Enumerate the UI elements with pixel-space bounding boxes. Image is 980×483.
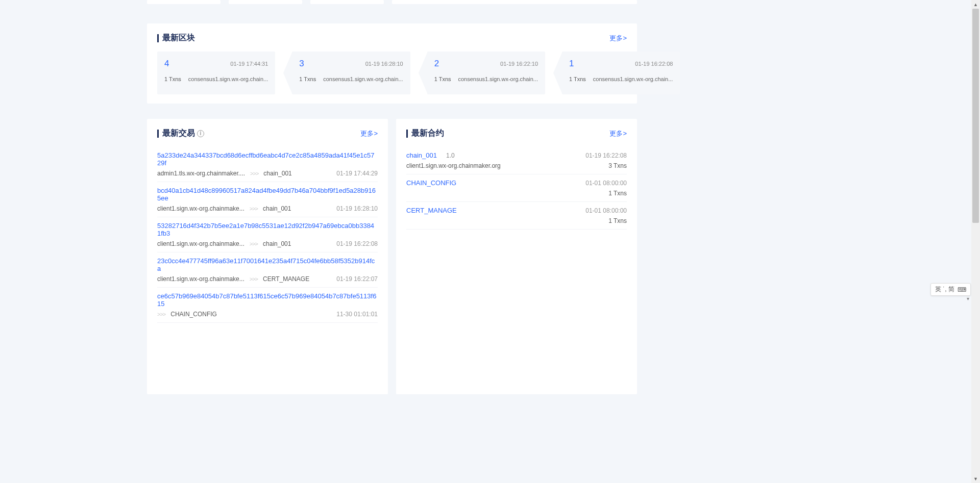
contract-item: CHAIN_CONFIG01-01 08:00:001 Txns [406, 174, 627, 202]
block-txns: 1 Txns [569, 76, 586, 82]
block-org: consensus1.sign.wx-org.chain... [323, 76, 403, 82]
block-card[interactable]: 301-19 16:28:101 Txnsconsensus1.sign.wx-… [283, 52, 410, 94]
contract-time: 01-01 08:00:00 [585, 207, 627, 214]
block-txns: 1 Txns [434, 76, 451, 82]
stat-card [310, 0, 384, 4]
tx-sender: client1.sign.wx-org.chainmake... [157, 240, 244, 247]
tx-item: 23c0cc4e477745ff96a63e11f7001641e235a4f7… [157, 252, 378, 288]
tx-time: 01-19 17:44:29 [336, 170, 378, 177]
contract-txns: 1 Txns [608, 217, 627, 224]
block-number[interactable]: 1 [569, 59, 574, 69]
tx-sender: admin1.tls.wx-org.chainmaker.... [157, 170, 245, 177]
tx-chain: chain_001 [263, 170, 291, 177]
arrow-left-icon [283, 52, 292, 94]
contract-version: 1.0 [446, 152, 455, 159]
tx-item: bcd40a1cb41d48c89960517a824ad4fbe49dd7b4… [157, 182, 378, 217]
tx-chain: CERT_MANAGE [263, 275, 309, 283]
block-card[interactable]: 101-19 16:22:081 Txnsconsensus1.sign.wx-… [553, 52, 680, 94]
block-time: 01-19 16:22:08 [635, 61, 673, 67]
contract-time: 01-01 08:00:00 [585, 180, 627, 187]
tx-chain: chain_001 [263, 205, 291, 212]
block-org: consensus1.sign.wx-org.chain... [458, 76, 538, 82]
contract-item: CERT_MANAGE01-01 08:00:001 Txns [406, 202, 627, 230]
tx-sender: client1.sign.wx-org.chainmake... [157, 205, 244, 212]
ime-dropdown-icon[interactable]: ▾ [967, 296, 969, 301]
scrollbar-thumb[interactable] [972, 9, 979, 223]
latest-contract-more-link[interactable]: 更多> [609, 129, 627, 138]
info-icon[interactable]: i [197, 130, 204, 137]
arrow-right-icon: >>> [157, 311, 165, 317]
tx-time: 01-19 16:22:07 [336, 275, 378, 283]
latest-blocks-panel: 最新区块 更多> 401-19 17:44:311 Txnsconsensus1… [147, 23, 637, 104]
contract-item: chain_0011.001-19 16:22:08client1.sign.w… [406, 147, 627, 174]
arrow-left-icon [553, 52, 562, 94]
latest-tx-title: 最新交易 i [157, 128, 204, 139]
tx-time: 01-19 16:28:10 [336, 205, 378, 212]
tx-hash-link[interactable]: 23c0cc4e477745ff96a63e11f7001641e235a4f7… [157, 257, 378, 272]
stat-cards-row [147, 0, 637, 8]
block-card[interactable]: 201-19 16:22:101 Txnsconsensus1.sign.wx-… [419, 52, 545, 94]
ime-text: 英 ˙, 简 [935, 285, 954, 294]
arrow-right-icon: >>> [250, 206, 258, 212]
ime-indicator[interactable]: 英 ˙, 简 ⌨ ▾ [930, 283, 971, 296]
contract-name-link[interactable]: CHAIN_CONFIG [406, 179, 456, 187]
tx-chain: CHAIN_CONFIG [170, 311, 217, 318]
block-card[interactable]: 401-19 17:44:311 Txnsconsensus1.sign.wx-… [157, 52, 275, 94]
contract-txns: 1 Txns [608, 190, 627, 197]
contract-txns: 3 Txns [608, 162, 627, 169]
latest-tx-more-link[interactable]: 更多> [360, 129, 378, 138]
contract-name-link[interactable]: CERT_MANAGE [406, 207, 457, 214]
tx-hash-link[interactable]: 5a233de24a344337bcd68d6ecffbd6eabc4d7ce2… [157, 151, 378, 167]
arrow-right-icon: >>> [250, 241, 258, 247]
latest-blocks-title: 最新区块 [157, 33, 195, 43]
arrow-right-icon: >>> [250, 276, 258, 282]
tx-chain: chain_001 [263, 240, 291, 247]
block-time: 01-19 16:22:10 [500, 61, 538, 67]
scrollbar[interactable]: ▲ ▼ [971, 0, 980, 394]
latest-blocks-more-link[interactable]: 更多> [609, 34, 627, 43]
stat-card [147, 0, 220, 4]
scrollbar-up-arrow-icon[interactable]: ▲ [971, 0, 980, 9]
block-number[interactable]: 2 [434, 59, 439, 69]
latest-contract-title: 最新合约 [406, 128, 444, 139]
block-org: consensus1.sign.wx-org.chain... [188, 76, 268, 82]
block-number[interactable]: 4 [164, 59, 169, 69]
block-txns: 1 Txns [164, 76, 181, 82]
tx-hash-link[interactable]: 53282716d4f342b7b5ee2a1e7b98c5531ae12d92… [157, 222, 378, 237]
block-time: 01-19 16:28:10 [365, 61, 403, 67]
contract-org: client1.sign.wx-org.chainmaker.org [406, 162, 501, 169]
latest-tx-title-text: 最新交易 [162, 128, 195, 139]
tx-item: 5a233de24a344337bcd68d6ecffbd6eabc4d7ce2… [157, 147, 378, 182]
stat-card [392, 0, 637, 4]
tx-sender: client1.sign.wx-org.chainmake... [157, 275, 244, 283]
tx-time: 01-19 16:22:08 [336, 240, 378, 247]
tx-time: 11-30 01:01:01 [336, 311, 378, 318]
block-time: 01-19 17:44:31 [230, 61, 268, 67]
tx-hash-link[interactable]: ce6c57b969e84054b7c87bfe5113f615ce6c57b9… [157, 292, 378, 308]
tx-item: 53282716d4f342b7b5ee2a1e7b98c5531ae12d92… [157, 217, 378, 252]
tx-hash-link[interactable]: bcd40a1cb41d48c89960517a824ad4fbe49dd7b4… [157, 187, 378, 202]
stat-card [229, 0, 302, 4]
arrow-right-icon: >>> [250, 170, 258, 176]
block-number[interactable]: 3 [299, 59, 304, 69]
contract-time: 01-19 16:22:08 [585, 152, 627, 159]
block-txns: 1 Txns [299, 76, 316, 82]
latest-tx-panel: 最新交易 i 更多> 5a233de24a344337bcd68d6ecffbd… [147, 119, 388, 394]
arrow-left-icon [419, 52, 428, 94]
keyboard-icon: ⌨ [958, 286, 966, 293]
latest-contract-panel: 最新合约 更多> chain_0011.001-19 16:22:08clien… [396, 119, 637, 394]
block-org: consensus1.sign.wx-org.chain... [593, 76, 673, 82]
contract-name-link[interactable]: chain_001 [406, 151, 437, 159]
tx-item: ce6c57b969e84054b7c87bfe5113f615ce6c57b9… [157, 288, 378, 323]
